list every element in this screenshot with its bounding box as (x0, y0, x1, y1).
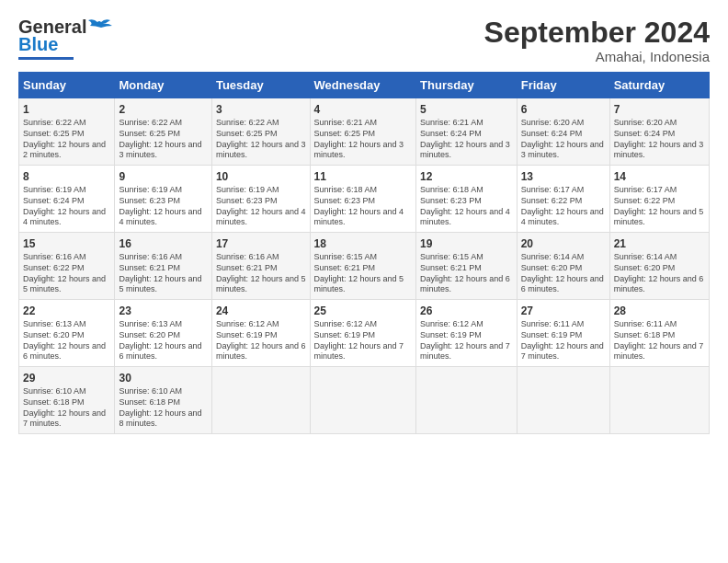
sunrise-text: Sunrise: 6:12 AM (216, 319, 306, 330)
sunrise-text: Sunrise: 6:16 AM (119, 252, 207, 263)
calendar-cell: 29Sunrise: 6:10 AMSunset: 6:18 PMDayligh… (19, 366, 115, 433)
daylight-text: Daylight: 12 hours and 7 minutes. (614, 341, 705, 362)
day-number: 18 (314, 236, 413, 251)
sunset-text: Sunset: 6:24 PM (614, 129, 705, 140)
daylight-text: Daylight: 12 hours and 6 minutes. (216, 341, 306, 362)
sunset-text: Sunset: 6:24 PM (23, 196, 110, 207)
day-number: 20 (521, 236, 606, 251)
day-number: 7 (614, 102, 705, 117)
daylight-text: Daylight: 12 hours and 3 minutes. (420, 140, 513, 161)
day-number: 11 (314, 169, 413, 184)
sunrise-text: Sunrise: 6:13 AM (119, 319, 207, 330)
header-row: SundayMondayTuesdayWednesdayThursdayFrid… (19, 73, 710, 98)
day-number: 4 (314, 102, 413, 117)
sunset-text: Sunset: 6:20 PM (521, 263, 606, 274)
day-number: 10 (216, 169, 306, 184)
day-number: 5 (420, 102, 513, 117)
day-number: 17 (216, 236, 306, 251)
col-header-monday: Monday (115, 73, 211, 98)
day-number: 24 (216, 304, 306, 318)
calendar-cell: 13Sunrise: 6:17 AMSunset: 6:22 PMDayligh… (517, 166, 609, 233)
day-number: 1 (23, 102, 110, 117)
sunset-text: Sunset: 6:18 PM (119, 397, 207, 408)
daylight-text: Daylight: 12 hours and 3 minutes. (521, 140, 606, 161)
calendar-cell: 26Sunrise: 6:12 AMSunset: 6:19 PMDayligh… (416, 300, 518, 367)
daylight-text: Daylight: 12 hours and 5 minutes. (314, 274, 413, 295)
day-number: 16 (119, 236, 207, 251)
sunrise-text: Sunrise: 6:10 AM (119, 386, 207, 397)
sunset-text: Sunset: 6:24 PM (521, 129, 606, 140)
sunset-text: Sunset: 6:22 PM (614, 196, 705, 207)
main-title: September 2024 (484, 17, 710, 49)
sunset-text: Sunset: 6:20 PM (614, 263, 705, 274)
sunrise-text: Sunrise: 6:20 AM (614, 118, 705, 129)
day-number: 26 (420, 304, 513, 318)
logo-underline (18, 57, 74, 60)
calendar-cell: 22Sunrise: 6:13 AMSunset: 6:20 PMDayligh… (19, 300, 115, 367)
calendar-cell: 4Sunrise: 6:21 AMSunset: 6:25 PMDaylight… (310, 98, 416, 166)
col-header-saturday: Saturday (609, 73, 709, 98)
sunset-text: Sunset: 6:21 PM (119, 263, 207, 274)
sunset-text: Sunset: 6:23 PM (119, 196, 207, 207)
daylight-text: Daylight: 12 hours and 6 minutes. (119, 341, 207, 362)
daylight-text: Daylight: 12 hours and 4 minutes. (216, 207, 306, 228)
sunset-text: Sunset: 6:21 PM (420, 263, 513, 274)
sunset-text: Sunset: 6:18 PM (614, 330, 705, 341)
daylight-text: Daylight: 12 hours and 6 minutes. (521, 274, 606, 295)
day-number: 12 (420, 169, 513, 184)
day-number: 19 (420, 236, 513, 251)
col-header-thursday: Thursday (416, 73, 518, 98)
logo: General Blue (18, 17, 114, 60)
sunrise-text: Sunrise: 6:22 AM (119, 118, 207, 129)
day-number: 23 (119, 304, 207, 318)
calendar-cell: 14Sunrise: 6:17 AMSunset: 6:22 PMDayligh… (609, 166, 709, 233)
calendar-cell: 19Sunrise: 6:15 AMSunset: 6:21 PMDayligh… (416, 233, 518, 300)
sunset-text: Sunset: 6:23 PM (314, 196, 413, 207)
sunrise-text: Sunrise: 6:15 AM (420, 252, 513, 263)
sunrise-text: Sunrise: 6:16 AM (216, 252, 306, 263)
daylight-text: Daylight: 12 hours and 3 minutes. (216, 140, 306, 161)
daylight-text: Daylight: 12 hours and 7 minutes. (420, 341, 513, 362)
sunset-text: Sunset: 6:19 PM (521, 330, 606, 341)
sunrise-text: Sunrise: 6:22 AM (216, 118, 306, 129)
calendar-cell: 5Sunrise: 6:21 AMSunset: 6:24 PMDaylight… (416, 98, 518, 166)
sunrise-text: Sunrise: 6:11 AM (614, 319, 705, 330)
sunrise-text: Sunrise: 6:19 AM (216, 185, 306, 196)
week-row-4: 22Sunrise: 6:13 AMSunset: 6:20 PMDayligh… (19, 300, 710, 367)
logo-bird-icon (88, 18, 114, 37)
sunrise-text: Sunrise: 6:22 AM (23, 118, 110, 129)
sunrise-text: Sunrise: 6:17 AM (521, 185, 606, 196)
sunrise-text: Sunrise: 6:19 AM (23, 185, 110, 196)
subtitle: Amahai, Indonesia (484, 49, 710, 64)
sunset-text: Sunset: 6:22 PM (23, 263, 110, 274)
day-number: 6 (521, 102, 606, 117)
daylight-text: Daylight: 12 hours and 7 minutes. (314, 341, 413, 362)
calendar-cell: 20Sunrise: 6:14 AMSunset: 6:20 PMDayligh… (517, 233, 609, 300)
day-number: 3 (216, 102, 306, 117)
calendar-cell: 3Sunrise: 6:22 AMSunset: 6:25 PMDaylight… (211, 98, 310, 166)
title-block: September 2024 Amahai, Indonesia (484, 17, 710, 64)
sunset-text: Sunset: 6:20 PM (23, 330, 110, 341)
calendar-cell: 17Sunrise: 6:16 AMSunset: 6:21 PMDayligh… (211, 233, 310, 300)
calendar-cell: 7Sunrise: 6:20 AMSunset: 6:24 PMDaylight… (609, 98, 709, 166)
sunrise-text: Sunrise: 6:20 AM (521, 118, 606, 129)
daylight-text: Daylight: 12 hours and 5 minutes. (614, 207, 705, 228)
sunrise-text: Sunrise: 6:12 AM (314, 319, 413, 330)
calendar-cell: 27Sunrise: 6:11 AMSunset: 6:19 PMDayligh… (517, 300, 609, 367)
calendar-cell: 18Sunrise: 6:15 AMSunset: 6:21 PMDayligh… (310, 233, 416, 300)
daylight-text: Daylight: 12 hours and 3 minutes. (614, 140, 705, 161)
sunset-text: Sunset: 6:18 PM (23, 397, 110, 408)
day-number: 2 (119, 102, 207, 117)
daylight-text: Daylight: 12 hours and 6 minutes. (614, 274, 705, 295)
sunset-text: Sunset: 6:25 PM (23, 129, 110, 140)
calendar-cell (310, 366, 416, 433)
calendar-cell: 21Sunrise: 6:14 AMSunset: 6:20 PMDayligh… (609, 233, 709, 300)
daylight-text: Daylight: 12 hours and 2 minutes. (23, 140, 110, 161)
sunrise-text: Sunrise: 6:12 AM (420, 319, 513, 330)
day-number: 29 (23, 371, 110, 385)
daylight-text: Daylight: 12 hours and 4 minutes. (521, 207, 606, 228)
daylight-text: Daylight: 12 hours and 5 minutes. (119, 274, 207, 295)
sunset-text: Sunset: 6:24 PM (420, 129, 513, 140)
sunset-text: Sunset: 6:23 PM (420, 196, 513, 207)
sunset-text: Sunset: 6:23 PM (216, 196, 306, 207)
